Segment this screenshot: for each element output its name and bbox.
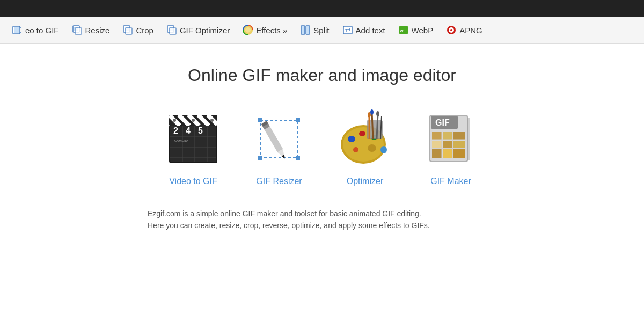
tool-card-gif-maker[interactable]: GIF: [419, 107, 483, 186]
svg-rect-88: [453, 149, 465, 158]
svg-rect-16: [306, 26, 310, 34]
nav-label-crop: Crop: [136, 26, 153, 35]
svg-rect-86: [432, 149, 442, 158]
gif-optimizer-icon: [166, 25, 177, 35]
addtext-icon: T: [342, 25, 353, 35]
svg-rect-85: [453, 141, 465, 148]
nav-item-video-to-gif[interactable]: eo to GIF: [5, 21, 65, 39]
svg-point-48: [210, 119, 214, 122]
clapperboard-icon: 2 4 5 CAMERA: [161, 107, 225, 171]
tool-card-gif-maker-label: GIF Maker: [430, 177, 471, 186]
tool-card-gif-resizer-label: GIF Resizer: [256, 177, 302, 186]
svg-rect-82: [453, 132, 465, 140]
svg-rect-12: [170, 28, 176, 34]
nav-item-effects[interactable]: Effects »: [236, 21, 294, 39]
nav-label-split: Split: [313, 26, 329, 35]
svg-rect-87: [443, 149, 452, 158]
split-icon: [300, 25, 311, 35]
nav-label-video: eo to GIF: [25, 26, 59, 35]
nav-label-effects: Effects »: [256, 26, 287, 35]
page-title: Online GIF maker and image editor: [91, 65, 553, 85]
svg-rect-51: [296, 118, 300, 122]
svg-rect-1: [14, 27, 19, 33]
gif-resizer-icon: [247, 107, 311, 171]
svg-rect-80: [432, 132, 442, 140]
description: Ezgif.com is a simple online GIF maker a…: [148, 208, 496, 232]
svg-text:CAMERA: CAMERA: [174, 139, 188, 142]
top-bar: [0, 0, 644, 17]
tool-card-gif-resizer[interactable]: GIF Resizer: [247, 107, 311, 186]
svg-rect-84: [443, 141, 452, 148]
svg-text:W: W: [400, 29, 404, 33]
tool-card-video-label: Video to GIF: [169, 177, 217, 186]
svg-text:2: 2: [173, 126, 178, 135]
svg-point-69: [368, 112, 371, 118]
main-content: Online GIF maker and image editor 2: [80, 44, 564, 253]
nav-item-apng[interactable]: APNG: [440, 21, 489, 39]
description-line2: Here you can create, resize, crop, rever…: [148, 219, 496, 231]
svg-rect-9: [126, 28, 132, 34]
webp-icon: W: [398, 25, 409, 35]
nav-bar: eo to GIF Resize Crop: [0, 17, 644, 44]
resize-icon: [72, 25, 83, 35]
svg-point-62: [348, 136, 355, 142]
svg-rect-50: [258, 118, 262, 122]
description-line1: Ezgif.com is a simple online GIF maker a…: [148, 208, 496, 219]
svg-rect-53: [296, 156, 300, 160]
nav-label-add-text: Add text: [356, 26, 385, 35]
svg-point-65: [353, 147, 358, 152]
svg-text:4: 4: [186, 126, 191, 135]
tool-card-optimizer[interactable]: Optimizer: [333, 107, 397, 186]
svg-point-61: [368, 144, 376, 152]
nav-item-crop[interactable]: Crop: [116, 21, 160, 39]
tool-card-optimizer-label: Optimizer: [347, 177, 383, 186]
svg-rect-6: [75, 28, 82, 34]
svg-point-73: [376, 111, 379, 116]
svg-point-25: [450, 29, 452, 31]
svg-point-71: [370, 109, 374, 115]
svg-text:T: T: [345, 28, 348, 33]
crop-icon: [122, 25, 133, 35]
svg-rect-83: [432, 141, 442, 148]
optimizer-tool-icon: [333, 107, 397, 171]
nav-item-resize[interactable]: Resize: [65, 21, 116, 39]
nav-label-webp: WebP: [412, 26, 434, 35]
svg-rect-52: [258, 156, 262, 160]
effects-icon: [243, 25, 253, 35]
nav-item-add-text[interactable]: T Add text: [336, 21, 392, 39]
svg-text:5: 5: [198, 126, 203, 135]
svg-point-63: [359, 131, 365, 136]
apng-icon: [446, 25, 457, 35]
nav-item-webp[interactable]: W WebP: [392, 21, 440, 39]
svg-point-47: [192, 119, 195, 122]
nav-item-split[interactable]: Split: [294, 21, 335, 39]
video-icon: [12, 25, 23, 35]
nav-item-gif-optimizer[interactable]: GIF Optimizer: [160, 21, 236, 39]
tool-card-video-to-gif[interactable]: 2 4 5 CAMERA: [161, 107, 225, 186]
svg-point-46: [173, 119, 176, 122]
nav-label-resize: Resize: [85, 26, 110, 35]
tool-cards: 2 4 5 CAMERA: [91, 107, 553, 186]
svg-rect-81: [443, 132, 452, 140]
gif-maker-tool-icon: GIF: [419, 107, 483, 171]
svg-rect-15: [301, 26, 305, 34]
nav-label-gif-optimizer: GIF Optimizer: [180, 26, 230, 35]
svg-line-72: [377, 114, 378, 139]
svg-rect-93: [467, 118, 470, 160]
svg-text:GIF: GIF: [435, 118, 450, 127]
nav-label-apng: APNG: [459, 26, 482, 35]
svg-point-14: [245, 27, 251, 33]
svg-line-70: [372, 112, 373, 139]
